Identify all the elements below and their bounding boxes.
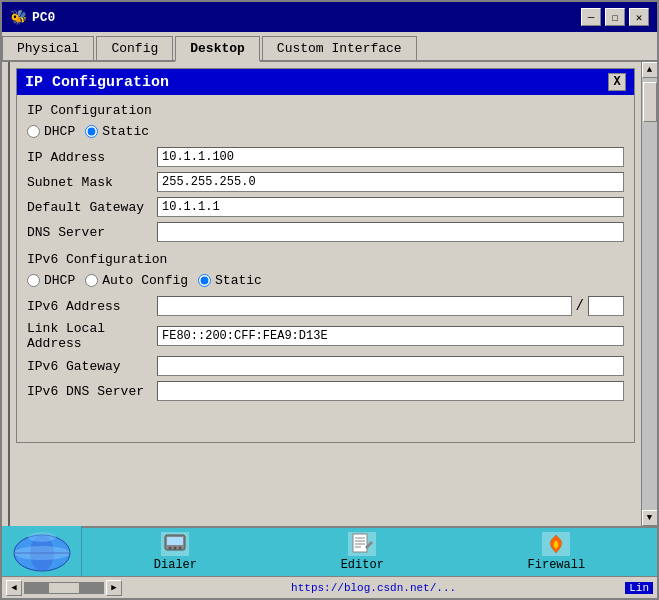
- scroll-right-button[interactable]: ▶: [106, 580, 122, 596]
- ip-config-close-button[interactable]: X: [608, 73, 626, 91]
- maximize-button[interactable]: ☐: [605, 8, 625, 26]
- ip-address-input[interactable]: [157, 147, 624, 167]
- scroll-thumb[interactable]: [643, 82, 657, 122]
- ipv6-address-row: IPv6 Address /: [27, 296, 624, 316]
- firewall-button[interactable]: Firewall: [528, 532, 586, 572]
- vertical-scrollbar: ▲ ▼: [641, 62, 657, 526]
- status-url: https://blog.csdn.net/...: [291, 582, 456, 594]
- ipv6-dns-label: IPv6 DNS Server: [27, 384, 157, 399]
- ip-address-label: IP Address: [27, 150, 157, 165]
- firewall-svg: [545, 533, 567, 555]
- ipv6-gateway-input[interactable]: [157, 356, 624, 376]
- ip-config-title: IP Configuration: [25, 74, 169, 91]
- editor-icon: [348, 532, 376, 556]
- left-panel-border: ◄: [2, 62, 10, 526]
- title-controls: — ☐ ✕: [581, 8, 649, 26]
- svg-point-10: [179, 547, 182, 550]
- default-gateway-input[interactable]: [157, 197, 624, 217]
- static-radio-label[interactable]: Static: [85, 124, 149, 139]
- section2-title: IPv6 Configuration: [27, 252, 624, 267]
- ipv6-static-radio-label[interactable]: Static: [198, 273, 262, 288]
- title-bar: 🐝 PC0 — ☐ ✕: [2, 2, 657, 32]
- svg-point-8: [169, 547, 172, 550]
- tab-bar: Physical Config Desktop Custom Interface: [2, 32, 657, 62]
- main-panel: IP Configuration X IP Configuration DHCP…: [10, 62, 641, 526]
- tab-physical[interactable]: Physical: [2, 36, 94, 60]
- svg-point-9: [174, 547, 177, 550]
- bottom-toolbar: Dialer Editor: [82, 526, 657, 576]
- window-title: PC0: [32, 10, 55, 25]
- tab-config[interactable]: Config: [96, 36, 173, 60]
- default-gateway-label: Default Gateway: [27, 200, 157, 215]
- ipv6-autoconfig-radio[interactable]: [85, 274, 98, 287]
- dns-server-label: DNS Server: [27, 225, 157, 240]
- svg-point-5: [28, 532, 56, 542]
- scroll-down-button[interactable]: ▼: [642, 510, 658, 526]
- ipv6-dns-input[interactable]: [157, 381, 624, 401]
- minimize-button[interactable]: —: [581, 8, 601, 26]
- subnet-mask-row: Subnet Mask: [27, 172, 624, 192]
- editor-svg: [351, 533, 373, 555]
- subnet-mask-input[interactable]: [157, 172, 624, 192]
- app-icon: 🐝: [10, 9, 26, 25]
- bottom-pc-icon: [2, 526, 82, 576]
- ip-config-header: IP Configuration X: [17, 69, 634, 95]
- svg-rect-7: [167, 537, 183, 545]
- status-bar: ◀ ▶ https://blog.csdn.net/... Lin: [2, 576, 657, 598]
- ipv6-separator: /: [574, 298, 586, 314]
- firewall-icon: [542, 532, 570, 556]
- ipv6-gateway-label: IPv6 Gateway: [27, 359, 157, 374]
- dialer-label: Dialer: [154, 558, 197, 572]
- ipv6-dhcp-radio[interactable]: [27, 274, 40, 287]
- dns-server-input[interactable]: [157, 222, 624, 242]
- title-bar-left: 🐝 PC0: [10, 9, 55, 25]
- ipv6-dns-row: IPv6 DNS Server: [27, 381, 624, 401]
- status-lin: Lin: [625, 582, 653, 594]
- scroll-left-button[interactable]: ◀: [6, 580, 22, 596]
- dhcp-radio[interactable]: [27, 125, 40, 138]
- ipv6-prefix-input[interactable]: [588, 296, 624, 316]
- horizontal-scroll-bar: ◀ ▶: [6, 580, 122, 596]
- dns-server-row: DNS Server: [27, 222, 624, 242]
- content-area: ◄ IP Configuration X IP Configuration DH…: [2, 62, 657, 526]
- link-local-row: Link Local Address: [27, 321, 624, 351]
- bottom-section: Dialer Editor: [2, 526, 657, 576]
- static-radio[interactable]: [85, 125, 98, 138]
- ip-address-row: IP Address: [27, 147, 624, 167]
- dialer-icon: [161, 532, 189, 556]
- default-gateway-row: Default Gateway: [27, 197, 624, 217]
- dialer-button[interactable]: Dialer: [154, 532, 197, 572]
- editor-button[interactable]: Editor: [341, 532, 384, 572]
- scroll-track[interactable]: [642, 78, 658, 510]
- scroll-up-button[interactable]: ▲: [642, 62, 658, 78]
- ipv6-address-label: IPv6 Address: [27, 299, 157, 314]
- ip-config-body: IP Configuration DHCP Static IP A: [17, 95, 634, 442]
- ipv6-gateway-row: IPv6 Gateway: [27, 356, 624, 376]
- section1-title: IP Configuration: [27, 103, 624, 118]
- ipv6-autoconfig-radio-label[interactable]: Auto Config: [85, 273, 188, 288]
- ipv6-dhcp-radio-label[interactable]: DHCP: [27, 273, 75, 288]
- ipv6-address-input[interactable]: [157, 296, 572, 316]
- firewall-label: Firewall: [528, 558, 586, 572]
- main-window: 🐝 PC0 — ☐ ✕ Physical Config Desktop Cust…: [0, 0, 659, 600]
- close-window-button[interactable]: ✕: [629, 8, 649, 26]
- ipv6-static-radio[interactable]: [198, 274, 211, 287]
- svg-rect-11: [353, 534, 367, 552]
- dhcp-radio-label[interactable]: DHCP: [27, 124, 75, 139]
- svg-point-4: [14, 546, 70, 560]
- tab-desktop[interactable]: Desktop: [175, 36, 260, 62]
- tab-custom-interface[interactable]: Custom Interface: [262, 36, 417, 60]
- subnet-mask-label: Subnet Mask: [27, 175, 157, 190]
- ip-config-box: IP Configuration X IP Configuration DHCP…: [16, 68, 635, 443]
- pc-graphic: [12, 529, 72, 573]
- link-local-input[interactable]: [157, 326, 624, 346]
- dialer-svg: [163, 534, 187, 554]
- link-local-label: Link Local Address: [27, 321, 157, 351]
- ipv4-radio-row: DHCP Static: [27, 124, 624, 139]
- editor-label: Editor: [341, 558, 384, 572]
- ipv6-radio-row: DHCP Auto Config Static: [27, 273, 624, 288]
